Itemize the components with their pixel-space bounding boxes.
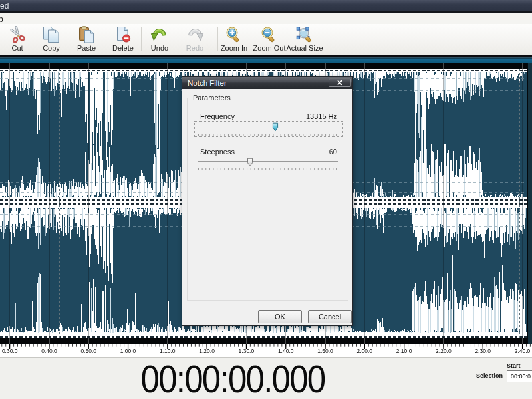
svg-text:0:50.0: 0:50.0: [80, 348, 96, 354]
svg-text:2:20.0: 2:20.0: [436, 348, 452, 354]
svg-text:2:10.0: 2:10.0: [396, 348, 412, 354]
svg-text:1:20.0: 1:20.0: [199, 348, 215, 354]
svg-text:1:50.0: 1:50.0: [317, 348, 333, 354]
svg-text:2:40.0: 2:40.0: [515, 348, 531, 354]
svg-text:1:00.0: 1:00.0: [120, 348, 136, 354]
svg-text:1:40.0: 1:40.0: [278, 348, 294, 354]
svg-text:0:30.0: 0:30.0: [2, 348, 18, 354]
svg-text:2:30.0: 2:30.0: [475, 348, 491, 354]
svg-text:1:30.0: 1:30.0: [239, 348, 255, 354]
svg-text:1:10.0: 1:10.0: [160, 348, 176, 354]
svg-text:0:40.0: 0:40.0: [41, 348, 57, 354]
svg-text:2:00.0: 2:00.0: [356, 348, 372, 354]
